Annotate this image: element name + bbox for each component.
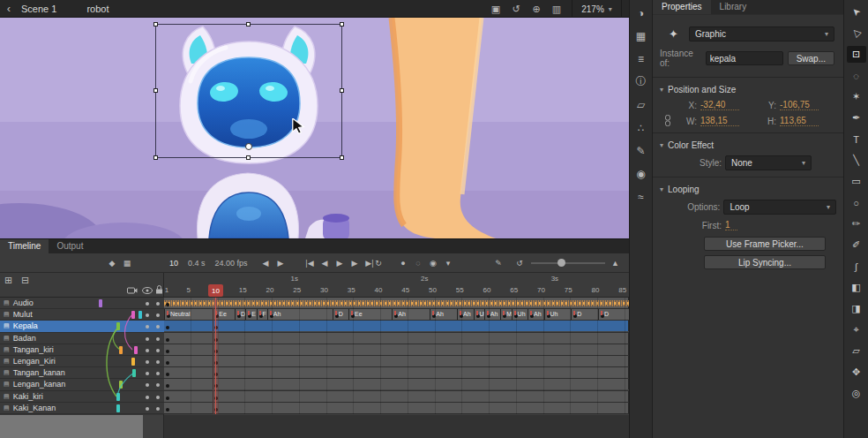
lasso-tool[interactable]: ◌	[847, 67, 866, 84]
layer-visibility-dot[interactable]	[146, 337, 149, 341]
stage-zoom-select[interactable]: 217% ▾	[572, 0, 622, 18]
frames-tangan_kanan[interactable]	[164, 367, 629, 379]
stage[interactable]	[0, 18, 629, 238]
playhead[interactable]: 10	[208, 284, 223, 297]
text-tool[interactable]: T	[847, 131, 866, 147]
frames-lengan_kanan[interactable]	[164, 379, 629, 390]
insert-keyframe-icon[interactable]: ◆	[108, 259, 116, 268]
layer-lengan_kiri[interactable]: ▤Lengan_Kiri	[0, 356, 164, 367]
x-value[interactable]: -32,40	[700, 100, 739, 110]
symbol-type-select[interactable]: Graphic ▾	[689, 26, 834, 42]
paint-brush-tool[interactable]: ✐	[847, 237, 866, 253]
layer-lock-dot[interactable]	[156, 372, 160, 375]
viseme-d[interactable]: D	[571, 309, 598, 320]
frames-kaki_kanan[interactable]	[164, 403, 629, 414]
layer-lock-dot[interactable]	[156, 396, 160, 399]
swatches-panel-icon[interactable]: ▦	[633, 28, 649, 43]
viseme-ah[interactable]: Ah	[430, 309, 457, 320]
layer-lock-dot[interactable]	[156, 302, 160, 306]
first-frame-value[interactable]: 1	[725, 220, 737, 230]
layer-lock-dot[interactable]	[156, 383, 160, 387]
section-color-effect[interactable]: ▾ Color Effect	[653, 137, 843, 153]
lock-icon[interactable]	[155, 285, 163, 294]
lip-syncing-button[interactable]: Lip Syncing...	[704, 255, 826, 269]
ink-bottle-tool[interactable]: ◨	[847, 300, 866, 317]
selection-handle-sw[interactable]	[153, 155, 158, 160]
viseme-m[interactable]: M	[500, 309, 511, 320]
selection-handle-nw[interactable]	[153, 22, 158, 26]
layer-tangan_kanan[interactable]: ▤Tangan_kanan	[0, 367, 164, 379]
viseme-d[interactable]: D	[598, 309, 629, 320]
color-panel-icon[interactable]: ◑	[633, 5, 649, 20]
timeline-zoom-fit-icon[interactable]: ▲	[611, 259, 619, 268]
frames-lengan_kiri[interactable]	[164, 356, 629, 367]
viseme-d[interactable]: D	[235, 309, 245, 320]
line-tool[interactable]: ╲	[847, 152, 866, 169]
w-value[interactable]: 138,15	[700, 116, 739, 126]
onion-skin-menu-icon[interactable]: ▾	[444, 259, 453, 268]
viseme-f[interactable]: F	[257, 309, 267, 320]
brush-library-panel-icon[interactable]: ✎	[633, 143, 649, 158]
layer-mulut[interactable]: ▤Mulut	[0, 309, 164, 321]
breadcrumb-symbol[interactable]: robot	[86, 4, 108, 14]
bone-tool[interactable]: ∫	[847, 258, 866, 275]
frames-area[interactable]: NeutralEeDEFAhDEeAhAhAhUhAhMUhAhUhDD	[164, 298, 629, 415]
align-panel-icon[interactable]: ≡	[633, 51, 649, 66]
eraser-tool[interactable]: ▱	[847, 343, 866, 359]
edit-multiple-frames-icon[interactable]: ◉	[429, 259, 438, 268]
transform-panel-icon[interactable]: ▱	[633, 97, 649, 112]
layer-lock-dot[interactable]	[156, 313, 160, 317]
layer-badan[interactable]: ▤Badan	[0, 333, 164, 344]
camera-icon[interactable]: ▣	[487, 2, 505, 16]
viseme-ah[interactable]: Ah	[457, 309, 473, 320]
center-stage-icon[interactable]: ⊕	[528, 2, 545, 16]
step-forward-icon[interactable]: ▶	[350, 259, 359, 268]
selection-handle-w[interactable]	[153, 88, 158, 93]
zoom-tool[interactable]: ◎	[847, 385, 866, 402]
use-frame-picker-button[interactable]: Use Frame Picker...	[704, 237, 826, 251]
magic-wand-tool[interactable]: ✶	[847, 88, 866, 105]
layer-visibility-dot[interactable]	[146, 302, 149, 306]
eye-icon[interactable]	[142, 287, 153, 294]
playhead-line[interactable]	[215, 298, 216, 414]
layer-kaki_kiri[interactable]: ▤Kaki_kiri	[0, 391, 164, 403]
color-style-select[interactable]: None ▾	[725, 155, 812, 170]
section-position-size[interactable]: ▾ Position and Size	[653, 81, 843, 97]
timeline-ruler[interactable]: 10 1s2s3s1515202530354045505560657075808…	[164, 273, 629, 298]
layer-visibility-dot[interactable]	[146, 349, 149, 352]
timeline-zoom-slider[interactable]	[531, 262, 605, 264]
instance-name-field[interactable]	[706, 51, 783, 65]
layer-audio[interactable]: ▤Audio	[0, 298, 164, 309]
viseme-ah[interactable]: Ah	[267, 309, 333, 320]
back-to-scene-icon[interactable]: ‹	[0, 1, 18, 17]
tab-properties[interactable]: Properties	[653, 0, 711, 14]
viseme-uh[interactable]: Uh	[474, 309, 484, 320]
paint-bucket-tool[interactable]: ◧	[847, 279, 866, 296]
frames-badan[interactable]	[164, 333, 629, 344]
swap-button[interactable]: Swap...	[788, 51, 834, 65]
clip-content-icon[interactable]: ▥	[548, 2, 565, 16]
frame-view-icon[interactable]: ▦	[123, 259, 131, 268]
subselection-tool[interactable]: ▷	[847, 25, 866, 42]
fps-display[interactable]: 24.00 fps	[215, 259, 248, 268]
viseme-ah[interactable]: Ah	[484, 309, 500, 320]
tab-timeline[interactable]: Timeline	[0, 239, 49, 253]
step-back-icon[interactable]: ◀	[320, 259, 329, 268]
pencil-tool[interactable]: ✏	[847, 215, 866, 232]
rotate-view-icon[interactable]: ↺	[507, 2, 525, 16]
frames-mulut[interactable]: NeutralEeDEFAhDEeAhAhAhUhAhMUhAhUhDD	[164, 309, 629, 321]
motion-editor-panel-icon[interactable]: ≈	[633, 189, 649, 204]
layer-visibility-dot[interactable]	[146, 383, 149, 387]
fragments-panel-icon[interactable]: ∴	[633, 120, 649, 135]
hand-tool[interactable]: ✥	[847, 364, 866, 381]
pen-tool[interactable]: ✒	[847, 110, 866, 126]
layer-lock-dot[interactable]	[156, 360, 160, 364]
loop-options-select[interactable]: Loop ▾	[723, 200, 836, 215]
viseme-ah[interactable]: Ah	[528, 309, 543, 320]
viseme-uh[interactable]: Uh	[512, 309, 528, 320]
h-value[interactable]: 113,65	[780, 116, 819, 126]
layer-visibility-dot[interactable]	[146, 360, 149, 364]
layer-visibility-dot[interactable]	[146, 407, 149, 411]
viseme-ah[interactable]: Ah	[392, 309, 430, 320]
layer-kepala[interactable]: ▤Kepala	[0, 321, 164, 332]
